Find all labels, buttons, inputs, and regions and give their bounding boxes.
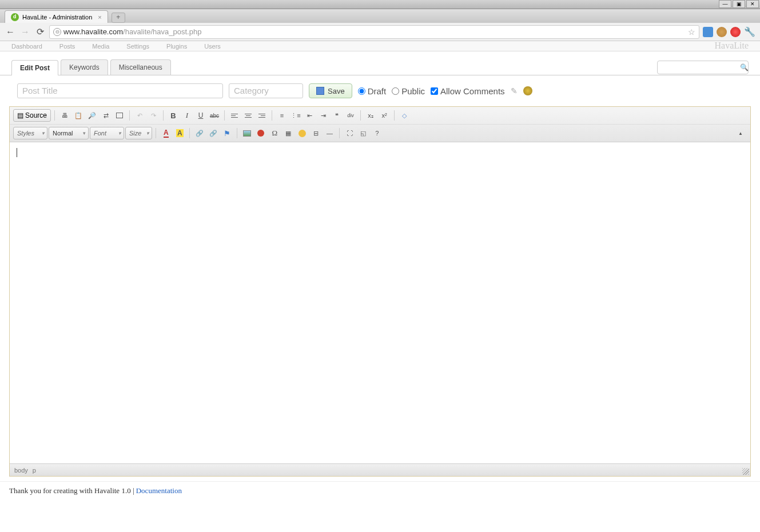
selectall-icon[interactable]	[113, 109, 126, 122]
nav-plugins[interactable]: Plugins	[166, 43, 187, 50]
numbered-list-icon[interactable]: ≡	[276, 109, 288, 122]
underline-icon[interactable]: U	[194, 109, 207, 122]
search-box[interactable]: 🔍	[657, 61, 749, 74]
text-color-icon[interactable]: A	[160, 127, 172, 139]
tab-close-icon[interactable]: ×	[98, 14, 101, 21]
table-icon[interactable]: ▦	[282, 127, 295, 139]
hr-icon[interactable]: —	[323, 127, 336, 139]
save-disk-icon	[316, 87, 324, 95]
url-text: www.havalite.com/havalite/hava_post.php	[63, 27, 201, 36]
resize-grip-icon[interactable]	[742, 468, 749, 475]
show-blocks-icon[interactable]: ◱	[357, 127, 369, 139]
allow-comments-checkbox[interactable]: Allow Comments	[431, 86, 505, 96]
bold-icon[interactable]: B	[167, 109, 180, 122]
smiley-icon[interactable]	[296, 127, 308, 139]
nav-dashboard[interactable]: Dashboard	[11, 43, 42, 50]
elements-path-p[interactable]: p	[33, 467, 36, 474]
source-button[interactable]: ▤ Source	[13, 109, 51, 122]
bullet-list-icon[interactable]: ⋮≡	[289, 109, 302, 122]
pagebreak-icon[interactable]: ⊟	[309, 127, 322, 139]
tab-title: HavaLite - Administration	[22, 14, 92, 21]
redo-icon[interactable]: ↷	[147, 109, 160, 122]
minimize-button[interactable]: —	[719, 0, 731, 8]
replace-icon[interactable]: ⇄	[100, 109, 112, 122]
nav-settings[interactable]: Settings	[126, 43, 149, 50]
extension-adblock-icon[interactable]	[730, 27, 741, 37]
extension-cookie-icon[interactable]	[717, 27, 727, 37]
close-window-button[interactable]: ✕	[746, 0, 759, 8]
indent-icon[interactable]: ⇥	[317, 109, 329, 122]
pencil-icon[interactable]: ✎	[511, 86, 518, 95]
wrench-menu-icon[interactable]: 🔧	[744, 26, 755, 37]
admin-nav: Dashboard Posts Media Settings Plugins U…	[0, 41, 760, 51]
brand-logo: HavaLite	[714, 41, 749, 51]
superscript-icon[interactable]: x²	[378, 109, 391, 122]
public-radio[interactable]: Public	[392, 86, 425, 96]
collapse-toolbar-icon[interactable]: ▲	[734, 127, 747, 139]
about-icon[interactable]: ?	[371, 127, 383, 139]
blockquote-icon[interactable]: ❝	[331, 109, 343, 122]
documentation-link[interactable]: Documentation	[136, 486, 182, 495]
favicon-icon	[11, 13, 19, 21]
maximize-editor-icon[interactable]: ⛶	[343, 127, 356, 139]
maximize-button[interactable]: ▣	[733, 0, 745, 8]
paste-icon[interactable]: 📋	[72, 109, 85, 122]
extension-icon[interactable]	[703, 27, 713, 37]
format-dropdown[interactable]: Normal	[49, 127, 89, 139]
globe-icon: ◍	[53, 28, 61, 36]
align-center-icon[interactable]	[242, 109, 254, 122]
italic-icon[interactable]: I	[181, 109, 193, 122]
nav-users[interactable]: Users	[204, 43, 221, 50]
browser-tab[interactable]: HavaLite - Administration ×	[5, 10, 108, 23]
new-tab-button[interactable]: +	[112, 13, 125, 23]
tab-edit-post[interactable]: Edit Post	[11, 60, 58, 75]
print-icon[interactable]: 🖶	[58, 109, 71, 122]
undo-icon[interactable]: ↶	[133, 109, 146, 122]
outdent-icon[interactable]: ⇤	[303, 109, 316, 122]
strike-icon[interactable]: abc	[208, 109, 221, 122]
editor: ▤ Source 🖶 📋 🔎 ⇄ ↶ ↷ B I U abc ≡ ⋮≡ ⇤	[9, 106, 751, 477]
special-char-icon[interactable]: Ω	[268, 127, 281, 139]
save-label: Save	[328, 87, 345, 95]
link-icon[interactable]: 🔗	[193, 127, 206, 139]
align-right-icon[interactable]	[256, 109, 268, 122]
tab-keywords[interactable]: Keywords	[61, 59, 108, 75]
div-icon[interactable]: div	[344, 109, 357, 122]
save-button[interactable]: Save	[309, 83, 352, 98]
find-icon[interactable]: 🔎	[86, 109, 98, 122]
source-icon: ▤	[17, 111, 23, 119]
remove-format-icon[interactable]: ◇	[398, 109, 411, 122]
browser-tab-bar: HavaLite - Administration × +	[0, 9, 760, 23]
url-input[interactable]: ◍ www.havalite.com/havalite/hava_post.ph…	[49, 25, 699, 39]
nav-media[interactable]: Media	[92, 43, 109, 50]
window-titlebar: — ▣ ✕	[0, 0, 760, 9]
subscript-icon[interactable]: x₂	[364, 109, 377, 122]
post-title-input[interactable]	[17, 83, 223, 98]
draft-radio[interactable]: Draft	[358, 86, 387, 96]
back-button[interactable]: ←	[5, 26, 16, 38]
styles-dropdown[interactable]: Styles	[13, 127, 47, 139]
anchor-icon[interactable]: ⚑	[221, 127, 233, 139]
forward-button[interactable]: →	[19, 26, 31, 38]
font-dropdown[interactable]: Font	[90, 127, 124, 139]
post-form-row: Save Draft Public Allow Comments ✎	[0, 75, 760, 106]
tab-miscellaneous[interactable]: Miscellaneous	[110, 59, 171, 75]
search-input[interactable]	[661, 64, 740, 71]
category-input[interactable]	[229, 83, 303, 98]
elements-path-body[interactable]: body	[14, 467, 28, 474]
editor-status-bar: body p	[10, 463, 750, 476]
nav-posts[interactable]: Posts	[59, 43, 75, 50]
page-tabs-row: Edit Post Keywords Miscellaneous 🔍	[0, 51, 760, 75]
image-icon[interactable]	[241, 127, 253, 139]
size-dropdown[interactable]: Size	[125, 127, 152, 139]
flash-icon[interactable]	[254, 127, 267, 139]
footer: Thank you for creating with Havalite 1.0…	[0, 481, 760, 500]
align-left-icon[interactable]	[228, 109, 241, 122]
bookmark-star-icon[interactable]: ☆	[688, 27, 695, 37]
search-icon[interactable]: 🔍	[740, 63, 749, 71]
unlink-icon[interactable]: 🔗	[207, 127, 220, 139]
bg-color-icon[interactable]: A	[173, 127, 186, 139]
preview-globe-icon[interactable]	[523, 86, 532, 95]
editor-content[interactable]	[10, 142, 750, 463]
reload-button[interactable]: ⟳	[34, 26, 46, 38]
